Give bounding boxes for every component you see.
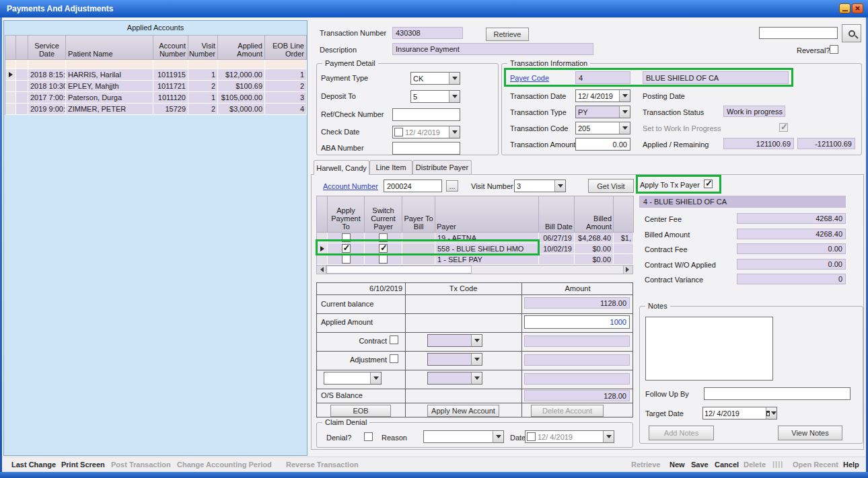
aa-header-service-date[interactable]: Service Date (28, 36, 66, 60)
retrieve-button[interactable]: Retrieve (486, 28, 529, 41)
transaction-date-select[interactable]: 12/ 4/2019 (575, 89, 630, 102)
pg-cell-payer[interactable]: 19 - AETNA (435, 233, 539, 243)
switch-payer-checkbox[interactable] (379, 255, 388, 264)
scroll-left-button[interactable] (317, 266, 326, 274)
tab-harwell-candy[interactable]: Harwell, Candy (314, 160, 369, 175)
ref-check-number-input[interactable] (392, 108, 460, 121)
tab-line-item[interactable]: Line Item (369, 160, 412, 174)
apply-new-account-button[interactable]: Apply New Account (427, 405, 499, 417)
aa-cell[interactable] (16, 69, 28, 81)
extra-code-select[interactable] (427, 372, 482, 385)
pg-cell-billed-amount[interactable]: $0.00 (575, 243, 614, 254)
aa-cell-visit-number[interactable]: 2 (188, 81, 218, 92)
aa-cell-eob-line-order[interactable]: 2 (265, 81, 307, 92)
pg-header-switch-current-payer[interactable]: Switch Current Payer (365, 196, 402, 233)
aa-cell-service-date[interactable]: 2018 8:15:0 (28, 69, 66, 81)
tab-distribute-payer[interactable]: Distribute Payer (412, 160, 472, 174)
account-number-input[interactable]: 200024 (384, 180, 442, 192)
pg-cell-payer[interactable]: 558 - BLUE SHIELD HMO (435, 243, 539, 254)
payer-code-link[interactable]: Payer Code (510, 74, 549, 83)
chevron-down-icon[interactable] (449, 126, 460, 138)
account-browse-button[interactable]: ... (446, 180, 458, 192)
adjustment-code-select[interactable] (427, 353, 482, 366)
applied-amount-input[interactable]: 1000 (524, 315, 630, 329)
aa-cell-eob-line-order[interactable]: 4 (265, 104, 307, 115)
get-visit-button[interactable]: Get Visit (588, 179, 634, 193)
extra-type-select[interactable] (324, 372, 382, 385)
aa-cell-service-date[interactable]: 2019 9:00:0 (28, 104, 66, 115)
aa-header-account-number[interactable]: Account Number (153, 36, 188, 60)
chevron-down-icon[interactable] (471, 354, 482, 365)
statusbar-last-change[interactable]: Last Change (11, 461, 56, 469)
chevron-down-icon[interactable] (603, 431, 614, 442)
denial-date-picker[interactable]: 12/ 4/2019 (525, 430, 614, 443)
aa-cell-account-number[interactable]: 15729 (153, 104, 188, 115)
pg-cell-bill-date[interactable]: 06/27/19 (539, 233, 575, 243)
aa-cell-patient-name[interactable]: HARRIS, Harilal (66, 69, 153, 81)
pg-cell-billed-amount[interactable]: $0.00 (575, 254, 614, 265)
aa-cell-visit-number[interactable]: 2 (188, 104, 218, 115)
deposit-to-select[interactable]: 5 (410, 90, 460, 103)
aa-cell-patient-name[interactable]: EPLEY, Mahjjth (66, 81, 153, 92)
close-button[interactable] (852, 3, 863, 13)
chevron-down-icon[interactable] (619, 106, 630, 118)
eob-button[interactable]: EOB (330, 405, 391, 417)
denial-date-checkbox[interactable] (527, 432, 536, 441)
aba-number-input[interactable] (392, 142, 460, 155)
apply-payment-checkbox[interactable] (342, 244, 351, 253)
aa-cell[interactable] (16, 92, 28, 104)
pg-cell-overflow[interactable] (614, 254, 634, 265)
chevron-down-icon[interactable] (471, 335, 482, 346)
reversal-checkbox[interactable] (830, 45, 838, 54)
aa-cell-eob-line-order[interactable]: 1 (265, 69, 307, 81)
aa-cell-patient-name[interactable]: ZIMMER, PETER (66, 104, 153, 115)
aa-cell-applied-amount[interactable]: $12,000.00 (218, 69, 265, 81)
contract-code-select[interactable] (427, 334, 482, 347)
aa-cell-visit-number[interactable]: 1 (188, 69, 218, 81)
transaction-type-select[interactable]: PY (575, 106, 630, 118)
chevron-down-icon[interactable] (493, 431, 503, 442)
aa-header-visit-number[interactable]: Visit Number (188, 36, 218, 60)
pg-cell-billed-amount[interactable]: $4,268.40 (575, 233, 614, 243)
aa-cell-service-date[interactable]: 2018 10:30:0 (28, 81, 66, 92)
statusbar-new[interactable]: New (670, 461, 685, 469)
statusbar-print-screen[interactable]: Print Screen (61, 461, 105, 469)
account-number-link[interactable]: Account Number (323, 182, 378, 191)
minimize-button[interactable] (839, 3, 851, 13)
aa-cell-account-number[interactable]: 1011120 (153, 92, 188, 104)
visit-number-select[interactable]: 3 (514, 180, 566, 192)
apply-payment-checkbox[interactable] (342, 255, 351, 264)
apply-to-tx-payer-checkbox[interactable] (704, 180, 713, 188)
search-input[interactable] (759, 27, 838, 39)
aa-cell-applied-amount[interactable]: $100.69 (218, 81, 265, 92)
follow-up-by-input[interactable] (704, 387, 851, 400)
pg-header-bill-date[interactable]: Bill Date (539, 196, 575, 233)
statusbar-save[interactable]: Save (691, 461, 709, 469)
pg-cell-payer[interactable]: 1 - SELF PAY (435, 254, 539, 265)
aa-cell[interactable] (16, 104, 28, 115)
check-date-checkbox[interactable] (394, 128, 403, 136)
chevron-down-icon[interactable] (471, 372, 482, 384)
check-date-picker[interactable]: 12/ 4/2019 (392, 126, 460, 138)
pg-header-billed-amount[interactable]: Billed Amount (575, 196, 614, 233)
notes-textarea[interactable] (645, 317, 773, 381)
pg-cell-overflow[interactable]: $1, (614, 233, 634, 243)
pg-cell-bill-date[interactable]: 10/02/19 (539, 243, 575, 254)
aa-header-applied-amount[interactable]: Applied Amount (218, 36, 265, 60)
reason-select[interactable] (423, 430, 504, 443)
apply-payment-checkbox[interactable] (342, 233, 351, 242)
pg-cell-bill-date[interactable] (539, 254, 575, 265)
target-date-picker[interactable]: 12/ 4/2019 (702, 407, 777, 420)
pg-cell-overflow[interactable] (614, 243, 634, 254)
chevron-down-icon[interactable] (449, 73, 460, 84)
contract-checkbox[interactable] (390, 335, 398, 344)
adjustment-checkbox[interactable] (390, 354, 398, 363)
aa-cell-eob-line-order[interactable]: 3 (265, 92, 307, 104)
view-notes-button[interactable]: View Notes (778, 426, 842, 440)
aa-header-eob-line-order[interactable]: EOB Line Order (265, 36, 307, 60)
pg-header-payer[interactable]: Payer (435, 196, 539, 233)
payment-type-select[interactable]: CK (410, 72, 460, 85)
pg-header-apply-payment-to[interactable]: Apply Payment To (328, 196, 365, 233)
chevron-down-icon[interactable] (554, 180, 565, 192)
aa-cell[interactable] (16, 81, 28, 92)
